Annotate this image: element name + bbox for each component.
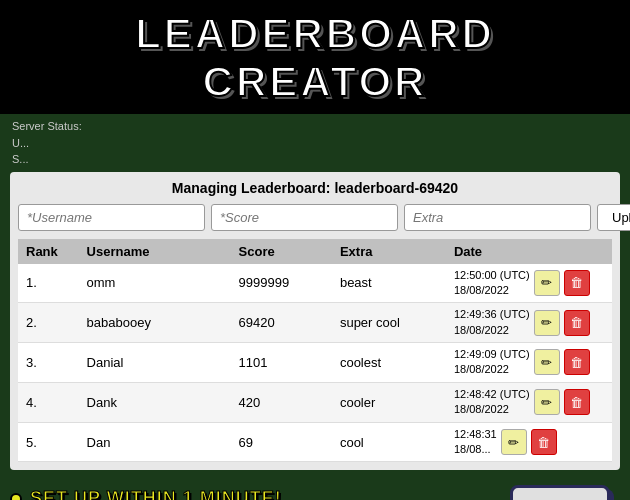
date-time: 12:50:00 (UTC) xyxy=(454,269,530,281)
action-cell: 12:49:36 (UTC)18/08/2022✏🗑 xyxy=(454,307,604,338)
edit-button[interactable]: ✏ xyxy=(534,389,560,415)
cell-username: Danial xyxy=(79,343,231,383)
cell-rank: 4. xyxy=(18,382,79,422)
table-row: 4.Dank420cooler12:48:42 (UTC)18/08/2022✏… xyxy=(18,382,612,422)
table-row: 2.bababooey69420super cool12:49:36 (UTC)… xyxy=(18,303,612,343)
logo-box xyxy=(510,485,610,500)
edit-button[interactable]: ✏ xyxy=(534,349,560,375)
cell-rank: 5. xyxy=(18,422,79,462)
cell-extra: cool xyxy=(332,422,446,462)
action-cell: 12:48:42 (UTC)18/08/2022✏🗑 xyxy=(454,387,604,418)
col-extra: Extra xyxy=(332,239,446,264)
action-cell: 12:50:00 (UTC)18/08/2022✏🗑 xyxy=(454,268,604,299)
server-status-area: Server Status: U... S... xyxy=(0,114,630,172)
edit-button[interactable]: ✏ xyxy=(501,429,527,455)
table-body: 1.omm9999999beast12:50:00 (UTC)18/08/202… xyxy=(18,264,612,462)
cell-username: bababooey xyxy=(79,303,231,343)
title-bar: LEADERBOARD CREATOR xyxy=(0,0,630,114)
managing-id: leaderboard-69420 xyxy=(334,180,458,196)
delete-button[interactable]: 🗑 xyxy=(564,389,590,415)
cell-rank: 3. xyxy=(18,343,79,383)
date-date: 18/08/2022 xyxy=(454,403,509,415)
bullet-item: SET UP WITHIN 1 MINUTE! xyxy=(10,488,490,500)
main-panel: Managing Leaderboard: leaderboard-69420 … xyxy=(10,172,620,471)
cell-score: 69420 xyxy=(231,303,332,343)
cell-score: 1101 xyxy=(231,343,332,383)
table-row: 1.omm9999999beast12:50:00 (UTC)18/08/202… xyxy=(18,264,612,303)
cell-rank: 1. xyxy=(18,264,79,303)
input-row: Upload New Entry xyxy=(18,204,612,231)
edit-button[interactable]: ✏ xyxy=(534,310,560,336)
username-input[interactable] xyxy=(18,204,205,231)
cell-username: omm xyxy=(79,264,231,303)
table-row: 5.Dan69cool12:48:3118/08...✏🗑 xyxy=(18,422,612,462)
cell-extra: cooler xyxy=(332,382,446,422)
col-username: Username xyxy=(79,239,231,264)
bullet-text: SET UP WITHIN 1 MINUTE! xyxy=(30,488,282,500)
date-time: 12:48:31 xyxy=(454,428,497,440)
app-title: LEADERBOARD CREATOR xyxy=(16,10,614,106)
bullet-points: SET UP WITHIN 1 MINUTE!FREE TO USE!CROSS… xyxy=(10,480,490,500)
server-status-line2: S... xyxy=(12,151,618,168)
cell-username: Dank xyxy=(79,382,231,422)
cell-score: 420 xyxy=(231,382,332,422)
cell-date: 12:50:00 (UTC)18/08/2022✏🗑 xyxy=(446,264,612,303)
managing-header: Managing Leaderboard: leaderboard-69420 xyxy=(18,180,612,196)
date-time: 12:48:42 (UTC) xyxy=(454,388,530,400)
cell-score: 9999999 xyxy=(231,264,332,303)
table-header-row: Rank Username Score Extra Date xyxy=(18,239,612,264)
logo-area xyxy=(500,480,620,500)
cell-date: 12:49:09 (UTC)18/08/2022✏🗑 xyxy=(446,343,612,383)
score-input[interactable] xyxy=(211,204,398,231)
action-cell: 12:48:3118/08...✏🗑 xyxy=(454,427,604,458)
managing-prefix: Managing Leaderboard: xyxy=(172,180,331,196)
action-cell: 12:49:09 (UTC)18/08/2022✏🗑 xyxy=(454,347,604,378)
col-score: Score xyxy=(231,239,332,264)
date-date: 18/08... xyxy=(454,443,491,455)
edit-button[interactable]: ✏ xyxy=(534,270,560,296)
server-status-line1: U... xyxy=(12,135,618,152)
col-rank: Rank xyxy=(18,239,79,264)
bottom-section: SET UP WITHIN 1 MINUTE!FREE TO USE!CROSS… xyxy=(10,480,620,500)
date-date: 18/08/2022 xyxy=(454,363,509,375)
table-row: 3.Danial1101coolest12:49:09 (UTC)18/08/2… xyxy=(18,343,612,383)
date-date: 18/08/2022 xyxy=(454,324,509,336)
delete-button[interactable]: 🗑 xyxy=(564,270,590,296)
delete-button[interactable]: 🗑 xyxy=(564,310,590,336)
bullet-dot-icon xyxy=(10,493,22,500)
delete-button[interactable]: 🗑 xyxy=(531,429,557,455)
cell-score: 69 xyxy=(231,422,332,462)
cell-rank: 2. xyxy=(18,303,79,343)
delete-button[interactable]: 🗑 xyxy=(564,349,590,375)
extra-input[interactable] xyxy=(404,204,591,231)
col-date: Date xyxy=(446,239,612,264)
cell-date: 12:48:42 (UTC)18/08/2022✏🗑 xyxy=(446,382,612,422)
date-date: 18/08/2022 xyxy=(454,284,509,296)
cell-extra: beast xyxy=(332,264,446,303)
leaderboard-table: Rank Username Score Extra Date 1.omm9999… xyxy=(18,239,612,463)
cell-date: 12:48:3118/08...✏🗑 xyxy=(446,422,612,462)
date-time: 12:49:09 (UTC) xyxy=(454,348,530,360)
cell-username: Dan xyxy=(79,422,231,462)
upload-new-entry-button[interactable]: Upload New Entry xyxy=(597,204,630,231)
server-status-label: Server Status: xyxy=(12,118,618,135)
date-time: 12:49:36 (UTC) xyxy=(454,308,530,320)
cell-date: 12:49:36 (UTC)18/08/2022✏🗑 xyxy=(446,303,612,343)
cell-extra: super cool xyxy=(332,303,446,343)
cell-extra: coolest xyxy=(332,343,446,383)
